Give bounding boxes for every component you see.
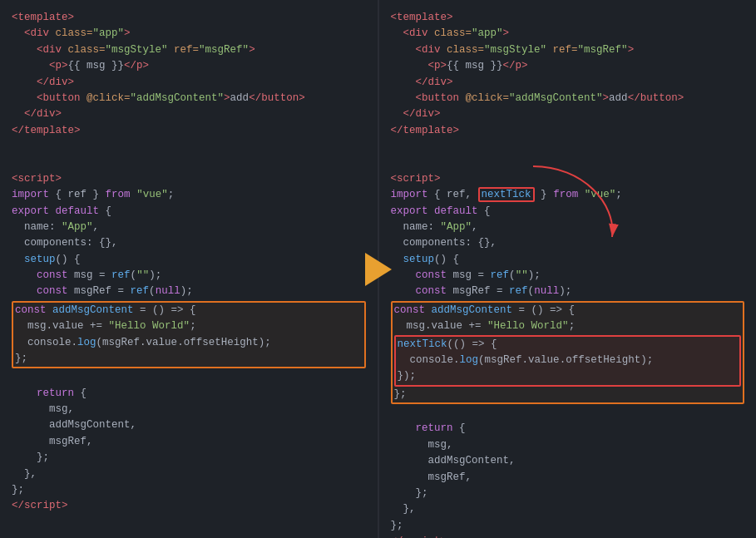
left-highlight-block: const addMsgContent = () => { msg.value … [12, 301, 366, 369]
right-code-bottom: return { msg, addMsgContent, msgRef, }; … [391, 405, 745, 538]
arrow-divider [362, 253, 395, 286]
right-arrow-icon [365, 253, 392, 286]
left-code: <template> <div class="app"> <div class=… [12, 10, 366, 300]
right-code-panel: <template> <div class="app"> <div class=… [379, 0, 757, 538]
right-outer-highlight: const addMsgContent = () => { msg.value … [391, 301, 745, 404]
left-highlight-code: const addMsgContent = () => { msg.value … [15, 303, 363, 368]
right-inner-highlight: nextTick(() => { console.log(msgRef.valu… [394, 335, 742, 387]
left-code-bottom: return { msg, addMsgContent, msgRef, }; … [12, 369, 366, 514]
right-inner-code: nextTick(() => { console.log(msgRef.valu… [398, 337, 739, 385]
right-closing-brace: }; [394, 387, 742, 402]
main-container: <template> <div class="app"> <div class=… [0, 0, 756, 538]
right-outer-code: const addMsgContent = () => { msg.value … [394, 303, 742, 335]
right-code-top: <template> <div class="app"> <div class=… [391, 10, 745, 300]
left-code-panel: <template> <div class="app"> <div class=… [0, 0, 379, 538]
